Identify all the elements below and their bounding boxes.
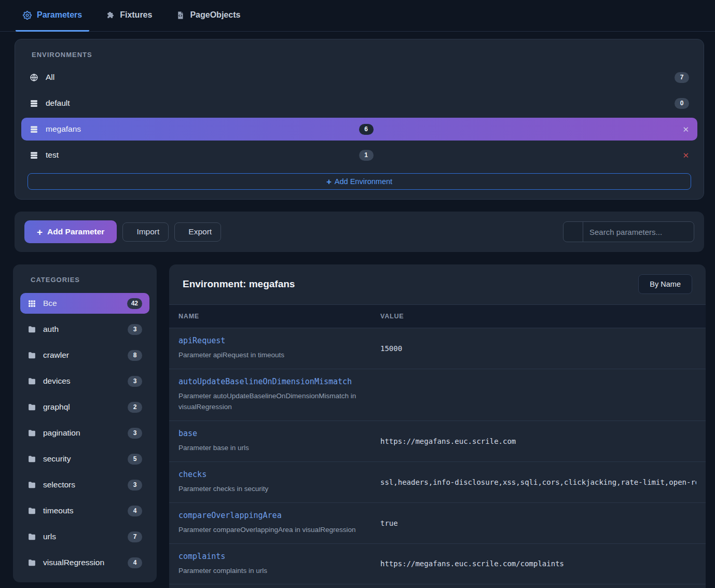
- environment-item-all[interactable]: All 7: [21, 66, 697, 89]
- environment-item-default[interactable]: default 0: [21, 92, 697, 115]
- parameter-name-link[interactable]: complaints: [178, 552, 225, 561]
- table-row: base Parameter base in urls https://mega…: [169, 421, 706, 462]
- environment-name: All: [46, 73, 667, 82]
- category-item-devices[interactable]: devices 3: [20, 371, 149, 391]
- categories-sidebar: CATEGORIES Все 42 auth 3 crawler 8 devic…: [13, 264, 157, 582]
- count-badge: 7: [128, 531, 142, 542]
- plus-icon: +: [37, 227, 43, 237]
- environments-panel: ENVIRONMENTS All 7 default 0 megafans 6 …: [15, 39, 704, 200]
- table-row: apiRequest Parameter apiRequest in timeo…: [169, 328, 706, 369]
- environment-name: megafans: [46, 124, 352, 134]
- server-icon: [30, 99, 38, 108]
- parameter-name-link[interactable]: base: [178, 429, 197, 438]
- gear-icon: [23, 11, 32, 20]
- category-item-security[interactable]: security 5: [20, 449, 149, 469]
- table-row: complaints Parameter complaints in urls …: [169, 544, 706, 585]
- parameter-name-link[interactable]: compareOverlappingArea: [178, 511, 282, 520]
- table-row: checks Parameter checks in security ssl,…: [169, 462, 706, 503]
- parameter-description: Parameter base in urls: [178, 443, 380, 454]
- count-badge: 4: [128, 506, 142, 516]
- category-name: security: [43, 454, 121, 464]
- tab-label: PageObjects: [190, 10, 240, 20]
- add-parameter-label: Add Parameter: [47, 227, 104, 236]
- parameter-description: Parameter compareOverlappingArea in visu…: [178, 525, 380, 536]
- category-list: Все 42 auth 3 crawler 8 devices 3 graphq…: [20, 293, 149, 573]
- category-item-visualregression[interactable]: visualRegression 4: [20, 552, 149, 573]
- add-environment-button[interactable]: + Add Environment: [28, 173, 691, 190]
- table-header: NAME VALUE: [169, 304, 706, 328]
- category-item-auth[interactable]: auth 3: [20, 319, 149, 340]
- folder-icon: [28, 429, 36, 438]
- folder-icon: [28, 403, 36, 412]
- parameter-name-link[interactable]: checks: [178, 470, 207, 479]
- folder-icon: [28, 377, 36, 386]
- environments-header: ENVIRONMENTS: [21, 47, 697, 66]
- category-name: Все: [43, 299, 120, 308]
- folder-icon: [28, 533, 36, 541]
- content-area: CATEGORIES Все 42 auth 3 crawler 8 devic…: [13, 264, 706, 588]
- categories-header: CATEGORIES: [20, 272, 149, 291]
- export-button[interactable]: Export: [174, 222, 221, 242]
- parameter-description: Parameter checks in security: [178, 484, 380, 495]
- count-badge: 3: [128, 324, 142, 335]
- parameters-toolbar: + Add Parameter Import Export: [15, 212, 704, 252]
- sort-by-name-button[interactable]: By Name: [638, 274, 692, 294]
- category-name: devices: [43, 376, 121, 386]
- close-icon[interactable]: ✕: [682, 125, 689, 133]
- category-item-pagination[interactable]: pagination 3: [20, 423, 149, 443]
- page-code-icon: [176, 11, 185, 20]
- environment-name: default: [46, 99, 667, 108]
- add-parameter-button[interactable]: + Add Parameter: [24, 220, 117, 243]
- parameter-value: https://megafans.euc.scrile.com: [380, 429, 696, 454]
- count-badge: 5: [128, 454, 142, 465]
- tab-label: Fixtures: [120, 10, 152, 20]
- export-label: Export: [188, 227, 212, 236]
- category-item-graphql[interactable]: graphql 2: [20, 397, 149, 417]
- search-box: [563, 221, 694, 242]
- category-name: graphql: [43, 402, 121, 412]
- top-tab-bar: Parameters Fixtures PageObjects: [0, 0, 715, 32]
- folder-icon: [28, 507, 36, 515]
- category-item-selectors[interactable]: selectors 3: [20, 474, 149, 495]
- environment-item-test[interactable]: test 1 ✕: [21, 144, 697, 166]
- count-badge: 4: [128, 557, 142, 568]
- category-name: pagination: [43, 428, 121, 438]
- count-badge: 1: [359, 150, 374, 161]
- category-item-все[interactable]: Все 42: [20, 293, 149, 314]
- search-icon: [563, 222, 583, 242]
- parameter-description: Parameter autoUpdateBaselineOnDimensionM…: [178, 391, 380, 413]
- count-badge: 8: [128, 350, 142, 361]
- tab-fixtures[interactable]: Fixtures: [99, 0, 159, 32]
- parameter-name-link[interactable]: autoUpdateBaselineOnDimensionMismatch: [178, 377, 352, 386]
- environment-item-megafans[interactable]: megafans 6 ✕: [21, 118, 697, 141]
- count-badge: 3: [128, 376, 142, 387]
- parameter-value: true: [380, 511, 696, 536]
- parameter-value: https://megafans.euc.scrile.com/complain…: [380, 552, 696, 577]
- close-icon[interactable]: ✕: [682, 151, 689, 159]
- category-name: crawler: [43, 351, 121, 360]
- globe-icon: [30, 73, 38, 82]
- category-name: visualRegression: [43, 558, 121, 567]
- count-badge: 3: [128, 428, 142, 439]
- folder-icon: [28, 558, 36, 567]
- page-title: Environment: megafans: [183, 278, 295, 290]
- tab-parameters[interactable]: Parameters: [16, 0, 89, 32]
- parameter-name-link[interactable]: apiRequest: [178, 336, 225, 345]
- category-item-timeouts[interactable]: timeouts 4: [20, 500, 149, 521]
- search-input[interactable]: [583, 222, 694, 242]
- category-item-urls[interactable]: urls 7: [20, 526, 149, 547]
- environment-name: test: [46, 150, 352, 160]
- count-badge: 3: [128, 480, 142, 491]
- category-name: urls: [43, 532, 121, 541]
- parameter-value: ssl,headers,info-disclosure,xss,sqli,cor…: [380, 470, 696, 495]
- grid-icon: [28, 299, 36, 308]
- tab-pageobjects[interactable]: PageObjects: [169, 0, 248, 32]
- folder-icon: [28, 455, 36, 464]
- parameters-panel: Environment: megafans By Name NAME VALUE…: [169, 264, 706, 588]
- parameter-value: 15000: [380, 336, 696, 361]
- parameters-panel-header: Environment: megafans By Name: [169, 264, 706, 304]
- parameters-table: apiRequest Parameter apiRequest in timeo…: [169, 328, 706, 584]
- import-button[interactable]: Import: [122, 222, 169, 242]
- parameter-description: Parameter complaints in urls: [178, 566, 380, 577]
- category-item-crawler[interactable]: crawler 8: [20, 345, 149, 366]
